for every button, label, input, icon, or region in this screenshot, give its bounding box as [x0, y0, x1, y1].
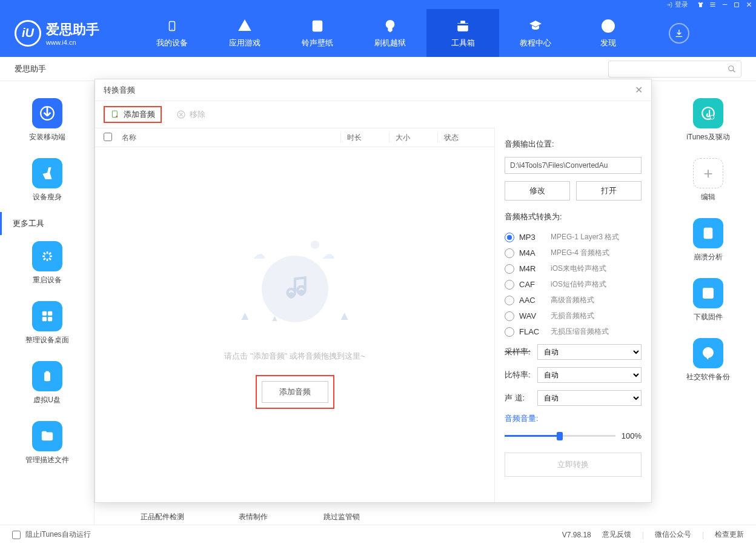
svg-point-20 [710, 115, 714, 119]
output-path-input[interactable] [505, 157, 642, 174]
col-size[interactable]: 大小 [389, 133, 437, 143]
remove-icon [176, 110, 186, 119]
svg-rect-4 [735, 2, 739, 7]
search-input[interactable] [608, 61, 741, 78]
col-name[interactable]: 名称 [122, 133, 340, 143]
bitrate-row: 比特率: 自动 [505, 367, 642, 383]
bg-label-supervise[interactable]: 跳过监管锁 [323, 512, 360, 522]
remove-button[interactable]: 移除 [170, 107, 211, 122]
add-audio-button[interactable]: 添加音频 [104, 106, 162, 123]
empty-state: ☁☁ ▲▲▲ 请点击 "添加音频" 或将音频拖拽到这里~ 添加音频 [95, 147, 494, 502]
app-header: iU 爱思助手 www.i4.cn 我的设备 应用游戏 铃声壁纸 刷机越狱 工具… [0, 9, 756, 57]
plus-icon: + [693, 158, 723, 188]
tool-social-backup[interactable]: 社交软件备份 [675, 332, 741, 392]
nav-tutorials[interactable]: 教程中心 [499, 9, 572, 57]
tool-firmware[interactable]: 下载固件 [675, 272, 741, 332]
close-icon[interactable] [744, 1, 754, 9]
logo[interactable]: iU 爱思助手 www.i4.cn [15, 20, 136, 47]
select-all-checkbox[interactable] [104, 133, 112, 141]
tool-edit[interactable]: + 编辑 [675, 152, 741, 212]
svg-rect-16 [47, 317, 51, 321]
modify-button[interactable]: 修改 [505, 181, 570, 201]
music-note-icon [280, 274, 310, 304]
format-caf[interactable]: CAFiOS短信铃声格式 [505, 279, 642, 290]
tool-crash[interactable]: 崩溃分析 [675, 212, 741, 272]
block-itunes-checkbox[interactable] [12, 531, 21, 539]
sidebar-item-udisk[interactable]: 虚拟U盘 [0, 355, 94, 415]
sample-rate-select[interactable]: 自动 [537, 344, 642, 360]
nav-flash[interactable]: 刷机越狱 [354, 9, 426, 57]
main-nav: 我的设备 应用游戏 铃声壁纸 刷机越狱 工具箱 教程中心 发现 [136, 9, 645, 57]
nav-discover[interactable]: 发现 [572, 9, 645, 57]
battery-icon [32, 361, 62, 391]
tool-itunes[interactable]: iTunes及驱动 [675, 92, 741, 152]
output-location-label: 音频输出位置: [505, 139, 642, 150]
block-itunes-label[interactable]: 阻止iTunes自动运行 [25, 529, 91, 540]
sidebar-item-install[interactable]: 安装移动端 [0, 92, 94, 152]
svg-point-27 [298, 290, 304, 296]
svg-rect-13 [42, 311, 46, 316]
chat-icon [693, 338, 723, 368]
nav-ringtones[interactable]: 铃声壁纸 [281, 9, 354, 57]
svg-point-6 [171, 28, 173, 30]
right-tools-column: iTunes及驱动 + 编辑 崩溃分析 下载固件 社交软件备份 [675, 92, 741, 392]
list-header: 名称 时长 大小 状态 [95, 128, 494, 147]
nav-toolbox[interactable]: 工具箱 [426, 9, 499, 57]
col-status[interactable]: 状态 [437, 133, 486, 143]
menu-icon[interactable] [708, 1, 717, 9]
search-icon [728, 65, 736, 73]
sidebar-item-organize[interactable]: 整理设备桌面 [0, 295, 94, 355]
update-link[interactable]: 检查更新 [715, 529, 744, 540]
toolbox-icon [455, 18, 471, 34]
format-aac[interactable]: AAC高级音频格式 [505, 295, 642, 305]
svg-rect-9 [457, 24, 468, 25]
channel-row: 声 道: 自动 [505, 390, 642, 406]
format-m4r[interactable]: M4RiOS来电铃声格式 [505, 264, 642, 274]
minimize-icon[interactable] [720, 1, 729, 9]
audio-list: 名称 时长 大小 状态 ☁☁ ▲▲▲ 请点击 "添加音频" 或将音频拖拽到这里~… [95, 128, 495, 502]
volume-slider[interactable]: 100% [505, 431, 642, 440]
bitrate-select[interactable]: 自动 [537, 367, 642, 383]
logo-icon: iU [15, 20, 41, 47]
convert-button[interactable]: 立即转换 [505, 453, 642, 477]
modal-close-button[interactable]: ✕ [635, 84, 643, 96]
convert-audio-modal: 转换音频 ✕ 添加音频 移除 名称 时长 大小 状态 ☁☁ [94, 79, 652, 503]
add-file-icon [110, 110, 120, 119]
open-button[interactable]: 打开 [576, 181, 642, 201]
format-mp3[interactable]: MP3MPEG-1 Layer3 格式 [505, 232, 642, 242]
sidebar-item-reboot[interactable]: 重启设备 [0, 235, 94, 295]
svg-point-8 [389, 22, 391, 25]
sidebar-section-more: 更多工具 [0, 212, 94, 235]
svg-rect-15 [42, 317, 46, 321]
sidebar-item-slim[interactable]: 设备瘦身 [0, 152, 94, 212]
format-flac[interactable]: FLAC无损压缩音频格式 [505, 327, 642, 337]
sub-toolbar: 爱思助手 [0, 57, 756, 81]
nav-my-device[interactable]: 我的设备 [136, 9, 208, 57]
compass-icon [600, 18, 616, 34]
add-audio-center-button[interactable]: 添加音频 [262, 381, 328, 403]
bg-label-accessory[interactable]: 正品配件检测 [141, 512, 184, 522]
sidebar: 安装移动端 设备瘦身 更多工具 重启设备 整理设备桌面 虚拟U盘 管理描述文件 [0, 81, 94, 525]
modal-titlebar: 转换音频 ✕ [95, 79, 651, 101]
format-m4a[interactable]: M4AMPEG-4 音频格式 [505, 248, 642, 258]
format-radio-group: MP3MPEG-1 Layer3 格式 M4AMPEG-4 音频格式 M4RiO… [505, 232, 642, 337]
svg-point-18 [47, 436, 50, 439]
login-link[interactable]: 登录 [666, 0, 688, 9]
maximize-icon[interactable] [732, 1, 741, 9]
nav-apps[interactable]: 应用游戏 [208, 9, 281, 57]
wechat-link[interactable]: 微信公众号 [655, 529, 691, 540]
svg-rect-14 [47, 311, 51, 316]
sidebar-item-profiles[interactable]: 管理描述文件 [0, 415, 94, 475]
format-wav[interactable]: WAV无损音频格式 [505, 311, 642, 321]
channel-select[interactable]: 自动 [537, 390, 642, 406]
tshirt-icon[interactable] [695, 1, 705, 9]
svg-rect-2 [710, 6, 715, 7]
feedback-link[interactable]: 意见反馈 [602, 529, 631, 540]
empty-illustration: ☁☁ ▲▲▲ [234, 240, 356, 337]
download-button[interactable] [669, 23, 689, 44]
col-duration[interactable]: 时长 [340, 133, 389, 143]
sample-rate-row: 采样率: 自动 [505, 344, 642, 360]
install-icon [32, 98, 62, 128]
svg-point-11 [729, 65, 734, 70]
bg-label-emoji[interactable]: 表情制作 [239, 512, 268, 522]
